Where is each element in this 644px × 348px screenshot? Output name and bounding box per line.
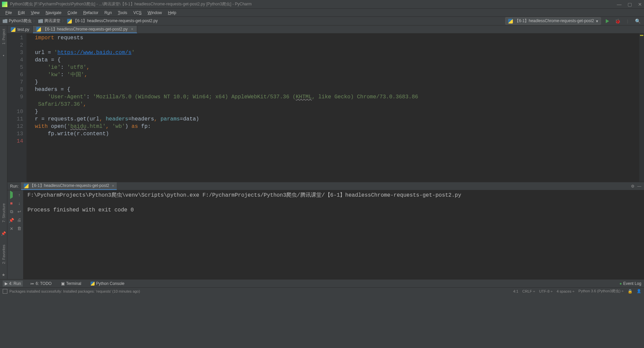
run-actions-col1: ■ ⧉ 📌 ✕: [7, 190, 15, 279]
breadcrumb-sep: 〉: [33, 18, 37, 24]
folder-icon: ▪: [3, 53, 4, 58]
favorites-tool-button[interactable]: 2: Favorites: [2, 243, 6, 266]
python-icon: [24, 184, 29, 188]
python-icon: [91, 282, 95, 286]
tool-terminal[interactable]: ▣ Terminal: [59, 281, 83, 287]
star-icon: ★: [2, 272, 5, 277]
minimize-panel-icon[interactable]: —: [637, 184, 641, 189]
run-header: Run: 【6-1】headlessChrome-requests-get-po…: [7, 182, 644, 190]
menu-refactor[interactable]: Refactor: [80, 10, 101, 16]
close-panel-button[interactable]: ✕: [10, 226, 13, 231]
status-message: Packages installed successfully: Install…: [9, 289, 140, 293]
main-area: 1: Project ▪ 7: Structure 📌 2: Favorites…: [0, 26, 644, 279]
tab-headless[interactable]: 【6-1】headlessChrome-requests-get-post2.p…: [33, 26, 137, 33]
menu-edit[interactable]: Edit: [15, 10, 28, 16]
menu-vcs[interactable]: VCS: [130, 10, 144, 16]
window-title: Python3爬虫 [F:\PycharmProjects\Python3爬虫]…: [10, 1, 617, 7]
search-button[interactable]: 🔍: [634, 17, 641, 25]
layout-button[interactable]: ⧉: [10, 209, 13, 214]
python-icon: [508, 19, 513, 23]
tab-test[interactable]: test.py: [7, 26, 33, 33]
delete-button[interactable]: 🗑: [17, 226, 21, 231]
close-tab-icon[interactable]: ×: [131, 27, 133, 32]
lock-icon[interactable]: 🔒: [628, 289, 633, 294]
menu-navigate[interactable]: Navigate: [43, 10, 64, 16]
cursor-position: 4:1: [513, 289, 518, 293]
run-config-label: 【6-1】headlessChrome-requests-get-post2: [515, 18, 594, 24]
rerun-button[interactable]: [10, 192, 13, 197]
debug-button[interactable]: 🐞: [614, 17, 621, 25]
line-separator[interactable]: CRLF ÷: [522, 289, 535, 293]
menu-tools[interactable]: Tools: [115, 10, 130, 16]
run-console-output[interactable]: F:\PycharmProjects\Python3爬虫\venv\Script…: [23, 190, 644, 279]
title-bar: Python3爬虫 [F:\PycharmProjects\Python3爬虫]…: [0, 0, 644, 9]
run-config-selector[interactable]: 【6-1】headlessChrome-requests-get-post2 ▾: [505, 17, 601, 25]
inspection-icon[interactable]: 👤: [637, 289, 641, 293]
project-tool-button[interactable]: 1: Project: [2, 27, 6, 46]
tab-label: 【6-1】headlessChrome-requests-get-post2.p…: [43, 27, 127, 32]
line-gutter: 123456789 1011121314: [7, 34, 27, 182]
tool-todo[interactable]: ≔ 6: TODO: [28, 281, 54, 287]
breadcrumb-file[interactable]: 【6-1】headlessChrome-requests-get-post2.p…: [67, 18, 158, 24]
print-button[interactable]: 🖨: [17, 217, 21, 222]
run-body: ■ ⧉ 📌 ✕ ↑ ↓ ↩ 🖨 🗑 F:\PycharmProjects\Pyt…: [7, 190, 644, 279]
run-label: Run:: [10, 184, 18, 189]
pin-button[interactable]: 📌: [9, 218, 14, 223]
menu-window[interactable]: Window: [145, 10, 165, 16]
interpreter[interactable]: Python 3.6 (Python3爬虫) ÷: [579, 289, 624, 294]
breadcrumb-folder[interactable]: 腾讯课堂: [38, 18, 60, 24]
down-button[interactable]: ↓: [18, 201, 20, 206]
breadcrumb-sep: 〉: [62, 18, 66, 24]
warning-marker[interactable]: [640, 35, 643, 36]
python-icon: [67, 19, 72, 23]
indent-settings[interactable]: 4 spaces ÷: [556, 289, 574, 293]
structure-tool-button[interactable]: 7: Structure: [2, 201, 6, 225]
navigation-bar: Python3爬虫 〉 腾讯课堂 〉 【6-1】headlessChrome-r…: [0, 17, 644, 26]
window-controls: — ▢ ✕: [617, 2, 642, 7]
left-tool-strip: 1: Project ▪ 7: Structure 📌 2: Favorites…: [0, 26, 7, 279]
toolbar-right: 【6-1】headlessChrome-requests-get-post2 ▾…: [505, 17, 641, 25]
menu-file[interactable]: File: [3, 10, 14, 16]
stop-button[interactable]: ■: [10, 201, 13, 206]
fold-column: [27, 34, 32, 182]
code-editor[interactable]: 123456789 1011121314 import requests url…: [7, 34, 644, 182]
encoding[interactable]: UTF-8 ÷: [539, 289, 552, 293]
status-icon[interactable]: [3, 289, 7, 294]
python-icon: [36, 27, 41, 32]
close-icon[interactable]: ×: [112, 184, 114, 188]
play-icon: [606, 19, 609, 23]
menu-view[interactable]: View: [28, 10, 42, 16]
editor-area: test.py 【6-1】headlessChrome-requests-get…: [7, 26, 644, 279]
run-actions-col2: ↑ ↓ ↩ 🖨 🗑: [15, 190, 23, 279]
editor-tabs: test.py 【6-1】headlessChrome-requests-get…: [7, 26, 644, 34]
run-button[interactable]: [604, 17, 611, 25]
wrap-button[interactable]: ↩: [17, 209, 21, 214]
menu-run[interactable]: Run: [102, 10, 114, 16]
notification-icon: ●: [620, 281, 622, 286]
gear-icon[interactable]: ⚙: [631, 184, 635, 189]
run-tab[interactable]: 【6-1】headlessChrome-requests-get-post2×: [21, 182, 117, 190]
run-header-actions: ⚙ —: [631, 184, 641, 189]
code-content[interactable]: import requests url = 'https://www.baidu…: [32, 34, 639, 182]
menu-code[interactable]: Code: [65, 10, 80, 16]
run-tool-window: Run: 【6-1】headlessChrome-requests-get-po…: [7, 182, 644, 279]
tab-label: test.py: [17, 27, 29, 32]
divider: |: [624, 17, 631, 25]
python-icon: [11, 27, 15, 32]
event-log-button[interactable]: ● Event Log: [620, 281, 641, 286]
app-icon: [2, 2, 7, 7]
tool-python-console[interactable]: Python Console: [89, 281, 126, 287]
pin-icon: 📌: [1, 231, 6, 236]
breadcrumb-root[interactable]: Python3爬虫: [3, 18, 32, 24]
up-button[interactable]: ↑: [18, 192, 20, 197]
minimize-button[interactable]: —: [617, 2, 622, 7]
status-bar: Packages installed successfully: Install…: [0, 287, 644, 295]
bottom-tool-bar: ▶ 4: Run ≔ 6: TODO ▣ Terminal Python Con…: [0, 279, 644, 287]
menu-help[interactable]: Help: [165, 10, 179, 16]
close-button[interactable]: ✕: [638, 2, 642, 7]
tool-run[interactable]: ▶ 4: Run: [3, 281, 23, 287]
maximize-button[interactable]: ▢: [628, 2, 632, 7]
breadcrumb: Python3爬虫 〉 腾讯课堂 〉 【6-1】headlessChrome-r…: [3, 18, 505, 24]
editor-marker-strip: [639, 34, 644, 182]
folder-icon: [3, 19, 7, 23]
